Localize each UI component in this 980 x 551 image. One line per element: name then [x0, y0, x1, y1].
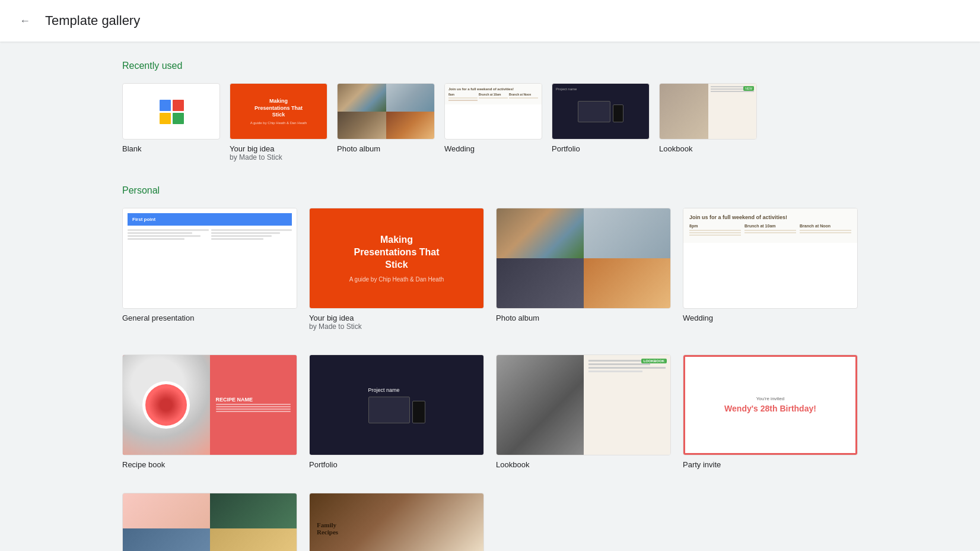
- big-idea-sub-text: A guide by Chip Heath & Dan Heath: [250, 121, 307, 125]
- portfolio-inner: Project name: [368, 387, 425, 423]
- template-photo-partial[interactable]: [122, 493, 297, 551]
- big-idea-content: MakingPresentations ThatStick A guide by…: [250, 98, 307, 125]
- portfolio-devices: [578, 101, 623, 122]
- template-sub-big-idea-personal: by Made to Stick: [309, 322, 484, 331]
- template-name-big-idea-personal: Your big idea: [309, 314, 484, 322]
- personal-title: Personal: [122, 185, 858, 196]
- template-portfolio-personal[interactable]: Project name Portfolio: [309, 354, 484, 469]
- empty-placeholder-1: [496, 493, 671, 551]
- template-name-blank: Blank: [122, 144, 220, 153]
- template-lookbook-recent[interactable]: NEW Lookbook: [659, 83, 757, 162]
- wedding-large-title: Join us for a full weekend of activities…: [689, 214, 851, 220]
- recipe-lines: [216, 403, 291, 413]
- template-lookbook-personal[interactable]: LOOKBOOK Lookbook: [496, 354, 671, 469]
- template-your-big-idea[interactable]: MakingPresentations ThatStick A guide by…: [230, 83, 327, 162]
- template-name-portfolio-personal: Portfolio: [309, 460, 484, 469]
- lookbook-large-content: [497, 355, 670, 455]
- phone-device: [613, 104, 623, 122]
- lookbook-badge: NEW: [743, 86, 754, 91]
- template-blank[interactable]: Blank: [122, 83, 220, 162]
- big-idea-personal-content: MakingPresentations ThatStick A guide by…: [310, 208, 483, 308]
- partial-photo-2: [210, 493, 297, 528]
- big-idea-main-text: MakingPresentations ThatStick: [250, 98, 307, 119]
- lookbook-personal-thumbnail: LOOKBOOK: [496, 354, 671, 455]
- back-button[interactable]: ←: [14, 10, 36, 31]
- gen-header-bar: First point: [128, 213, 292, 226]
- general-presentation-thumbnail: First point: [122, 208, 297, 309]
- template-portfolio-recent[interactable]: Project name Portfolio: [552, 83, 650, 162]
- content-area: Recently used Blank Making: [75, 42, 905, 551]
- lookbook-photo-side: [660, 84, 708, 139]
- recipe-book-thumbnail: RECIPE NAME: [122, 354, 297, 455]
- template-name-wedding-personal: Wedding: [683, 314, 858, 322]
- gen-col-2: [211, 229, 292, 241]
- recipe-photo-side: [123, 355, 210, 455]
- header: ← Template gallery: [0, 0, 980, 42]
- template-family-recipes[interactable]: FamilyRecipes: [309, 493, 484, 551]
- wedding-large-grid: 8pm Brunch at 10am Bran: [689, 224, 851, 237]
- portfolio-project-name: Project name: [368, 387, 425, 393]
- template-party-invite[interactable]: You're invited Wendy's 28th Birthday! Pa…: [683, 354, 858, 469]
- wedding-schedule-grid: 8am Brunch at 10am Branch at Noon: [448, 93, 538, 101]
- photo-dark-large: [497, 258, 584, 308]
- template-name-photo-album-personal: Photo album: [496, 314, 671, 322]
- empty-placeholder-2: [683, 493, 858, 551]
- personal-row-2: RECIPE NAME Recipe book: [122, 354, 858, 469]
- recipe-title-text: RECIPE NAME: [216, 397, 291, 403]
- lookbook-large-photo: [497, 355, 584, 455]
- recipe-text-panel: RECIPE NAME: [210, 355, 297, 455]
- wedding-recent-thumbnail: Join us for a full weekend of activities…: [444, 83, 542, 140]
- photo-city: [338, 112, 386, 140]
- recently-used-section: Recently used Blank Making: [122, 61, 858, 162]
- wedding-thumb-content: Join us for a full weekend of activities…: [445, 84, 542, 104]
- portfolio-laptop: [368, 397, 410, 423]
- portfolio-large-content: Project name: [310, 355, 483, 455]
- template-name-photo-album-recent: Photo album: [337, 144, 435, 153]
- template-wedding-recent[interactable]: Join us for a full weekend of activities…: [444, 83, 542, 162]
- photo-partial-grid: [123, 493, 297, 551]
- wedding-personal-thumbnail: Join us for a full weekend of activities…: [683, 208, 858, 309]
- portfolio-recent-thumbnail: Project name: [552, 83, 650, 140]
- personal-row-1: First point: [122, 208, 858, 331]
- template-name-portfolio-recent: Portfolio: [552, 144, 650, 153]
- portfolio-phone: [412, 401, 425, 423]
- gen-col-1: [128, 229, 209, 241]
- wedding-col-2: Brunch at 10am: [744, 224, 796, 237]
- template-photo-album-recent[interactable]: Photo album: [337, 83, 435, 162]
- photo-bridge: [338, 84, 386, 112]
- wedding-header-text: Join us for a full weekend of activities…: [448, 87, 538, 91]
- berry-bowl: [145, 384, 187, 426]
- family-recipe-text-content: FamilyRecipes: [317, 521, 338, 536]
- template-photo-album-personal[interactable]: Photo album: [496, 208, 671, 331]
- template-name-lookbook-personal: Lookbook: [496, 460, 671, 469]
- general-thumb-content: First point: [123, 208, 297, 308]
- big-idea-thumbnail: MakingPresentations ThatStick A guide by…: [230, 83, 327, 140]
- template-wedding-personal[interactable]: Join us for a full weekend of activities…: [683, 208, 858, 331]
- personal-row-3-partial: FamilyRecipes: [122, 493, 858, 551]
- photo-table: [386, 112, 435, 140]
- template-recipe-book[interactable]: RECIPE NAME Recipe book: [122, 354, 297, 469]
- template-name-party-invite: Party invite: [683, 460, 858, 469]
- recipe-thumb-content: RECIPE NAME: [123, 355, 297, 455]
- lookbook-text-side: [708, 84, 757, 139]
- portfolio-personal-thumbnail: Project name: [309, 354, 484, 455]
- party-invite-thumbnail: You're invited Wendy's 28th Birthday!: [683, 354, 858, 455]
- template-name-wedding-recent: Wedding: [444, 144, 542, 153]
- partial-photo-1: [123, 493, 210, 528]
- template-name-big-idea: Your big idea: [230, 144, 327, 153]
- wedding-col-3: Branch at Noon: [800, 224, 851, 237]
- wedding-large-content: Join us for a full weekend of activities…: [683, 208, 857, 243]
- template-your-big-idea-personal[interactable]: MakingPresentations ThatStick A guide by…: [309, 208, 484, 331]
- personal-section: Personal First point: [122, 185, 858, 551]
- template-general-presentation[interactable]: First point: [122, 208, 297, 331]
- big-idea-personal-thumbnail: MakingPresentations ThatStick A guide by…: [309, 208, 484, 309]
- blank-thumbnail: [122, 83, 220, 140]
- photo-album-personal-thumbnail: [496, 208, 671, 309]
- partial-photo-4: [210, 528, 297, 551]
- laptop-device: [578, 101, 610, 122]
- google-plus-icon: [160, 100, 183, 124]
- lookbook-large-badge: LOOKBOOK: [641, 359, 667, 363]
- party-invited-text: You're invited: [756, 396, 785, 401]
- portfolio-project-label: Project name: [556, 87, 577, 91]
- photo-album-recent-thumbnail: [337, 83, 435, 140]
